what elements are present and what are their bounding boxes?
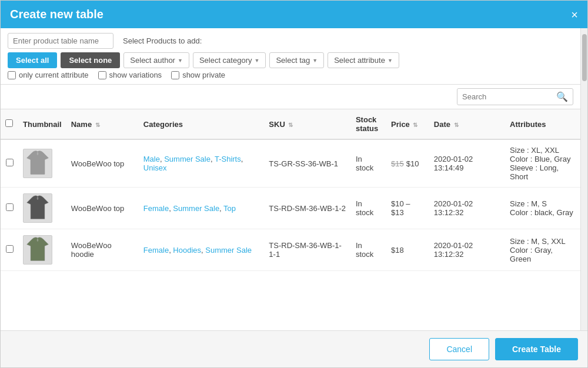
product-date-2: 2020-01-02 13:12:32 — [429, 229, 505, 271]
product-sku-1: TS-RD-SM-36-WB-1-2 — [264, 188, 351, 229]
attribute-dropdown[interactable]: Select attribute — [328, 52, 399, 68]
product-price-0: $15$10 — [386, 139, 429, 188]
scrollbar-thumb — [582, 34, 587, 81]
select-none-button[interactable]: Select none — [61, 52, 120, 68]
product-date-0: 2020-01-02 13:14:49 — [429, 139, 505, 188]
table-row: WooBeWoo topMale, Summer Sale, T-Shirts,… — [1, 139, 580, 188]
row-checkbox-0[interactable] — [6, 159, 14, 166]
search-input[interactable] — [457, 89, 552, 104]
controls-row3: only current attribute show variations s… — [8, 71, 573, 79]
category-dropdown[interactable]: Select category — [193, 52, 266, 68]
author-dropdown[interactable]: Select author — [123, 52, 189, 68]
thumbnail-cell-0 — [18, 139, 66, 188]
product-attributes-2: Size : M, S, XXL Color : Gray, Green — [505, 229, 580, 271]
only-current-text: only current attribute — [19, 71, 89, 79]
product-thumb-0 — [23, 149, 52, 178]
category-link[interactable]: Top — [223, 204, 236, 213]
col-thumbnail: Thumbnail — [18, 109, 66, 139]
category-link[interactable]: Summer Sale — [205, 246, 252, 255]
only-current-checkbox[interactable] — [8, 71, 16, 79]
create-table-modal: Create new table × Select Products to ad… — [0, 0, 588, 368]
product-name-2: WooBeWoo hoodie — [66, 229, 139, 271]
product-name-input[interactable] — [8, 33, 113, 49]
show-private-checkbox[interactable] — [171, 71, 179, 79]
table-header-row: Thumbnail Name ⇅ Categories SKU ⇅ Stocks… — [1, 109, 580, 139]
modal-header: Create new table × — [1, 1, 587, 28]
category-link[interactable]: Hoodies — [173, 246, 201, 255]
show-variations-text: show variations — [109, 71, 162, 79]
scrollbar[interactable] — [580, 28, 587, 330]
col-categories: Categories — [139, 109, 265, 139]
product-categories-2: Female, Hoodies, Summer Sale — [139, 229, 265, 271]
col-date[interactable]: Date ⇅ — [429, 109, 505, 139]
thumbnail-cell-2 — [18, 229, 66, 271]
col-price[interactable]: Price ⇅ — [386, 109, 429, 139]
category-link[interactable]: Female — [143, 204, 169, 213]
tag-dropdown[interactable]: Select tag — [269, 52, 324, 68]
category-link[interactable]: Summer Sale — [164, 155, 211, 163]
search-wrap: 🔍 — [457, 88, 573, 105]
sort-date-icon: ⇅ — [454, 122, 459, 128]
product-thumb-2 — [23, 235, 52, 265]
products-tbody: WooBeWoo topMale, Summer Sale, T-Shirts,… — [1, 139, 580, 271]
sort-sku-icon: ⇅ — [288, 122, 293, 128]
category-link[interactable]: Summer Sale — [173, 204, 219, 213]
modal-content: Select Products to add: Select all Selec… — [1, 28, 580, 330]
controls-row2: Select all Select none Select author Sel… — [8, 52, 573, 68]
thumbnail-cell-1 — [18, 188, 66, 229]
show-variations-checkbox[interactable] — [98, 71, 106, 79]
product-date-1: 2020-01-02 13:12:32 — [429, 188, 505, 229]
search-row: 🔍 — [1, 85, 580, 109]
category-link[interactable]: T-Shirts — [215, 155, 241, 163]
controls-area: Select Products to add: Select all Selec… — [1, 28, 580, 85]
product-price-2: $18 — [386, 229, 429, 271]
close-button[interactable]: × — [571, 9, 578, 21]
product-sku-0: TS-GR-SS-36-WB-1 — [264, 139, 351, 188]
sort-price-icon: ⇅ — [413, 122, 417, 128]
col-attributes: Attributes — [505, 109, 580, 139]
category-link[interactable]: Male — [143, 155, 160, 163]
price-old: $15 — [391, 159, 404, 168]
product-stock-1: In stock — [351, 188, 386, 229]
col-sku[interactable]: SKU ⇅ — [264, 109, 351, 139]
row-checkbox-2[interactable] — [6, 245, 14, 253]
select-products-label: Select Products to add: — [123, 36, 202, 45]
product-stock-0: In stock — [351, 139, 386, 188]
controls-row1: Select Products to add: — [8, 33, 573, 49]
show-private-label[interactable]: show private — [171, 71, 225, 79]
products-table: Thumbnail Name ⇅ Categories SKU ⇅ Stocks… — [1, 109, 580, 271]
modal-footer: Cancel Create Table — [1, 330, 587, 367]
product-attributes-0: Size : XL, XXL Color : Blue, Gray Sleeve… — [505, 139, 580, 188]
table-row: WooBeWoo hoodieFemale, Hoodies, Summer S… — [1, 229, 580, 271]
sort-name-icon: ⇅ — [95, 122, 100, 128]
product-name-0: WooBeWoo top — [66, 139, 139, 188]
product-name-1: WooBeWoo top — [66, 188, 139, 229]
product-categories-0: Male, Summer Sale, T-Shirts, Unisex — [139, 139, 265, 188]
table-row: WooBeWoo topFemale, Summer Sale, TopTS-R… — [1, 188, 580, 229]
table-area: Thumbnail Name ⇅ Categories SKU ⇅ Stocks… — [1, 109, 580, 330]
select-all-checkbox[interactable] — [5, 119, 13, 127]
col-check — [1, 109, 18, 139]
show-private-text: show private — [182, 71, 225, 79]
col-stock: Stockstatus — [351, 109, 386, 139]
row-checkbox-1[interactable] — [6, 203, 14, 211]
modal-title: Create new table — [10, 8, 103, 21]
product-attributes-1: Size : M, S Color : black, Gray — [505, 188, 580, 229]
modal-body: Select Products to add: Select all Selec… — [1, 28, 587, 330]
category-link[interactable]: Female — [143, 246, 169, 255]
product-categories-1: Female, Summer Sale, Top — [139, 188, 265, 229]
create-table-button[interactable]: Create Table — [495, 338, 578, 360]
search-button[interactable]: 🔍 — [552, 89, 573, 105]
category-link[interactable]: Unisex — [143, 163, 167, 172]
only-current-label[interactable]: only current attribute — [8, 71, 89, 79]
col-name[interactable]: Name ⇅ — [66, 109, 139, 139]
cancel-button[interactable]: Cancel — [429, 338, 489, 360]
select-all-button[interactable]: Select all — [8, 52, 57, 68]
show-variations-label[interactable]: show variations — [98, 71, 162, 79]
product-sku-2: TS-RD-SM-36-WB-1-1-1 — [264, 229, 351, 271]
product-thumb-1 — [23, 193, 52, 223]
product-stock-2: In stock — [351, 229, 386, 271]
price-new: $10 — [406, 159, 419, 168]
product-price-1: $10 – $13 — [386, 188, 429, 229]
